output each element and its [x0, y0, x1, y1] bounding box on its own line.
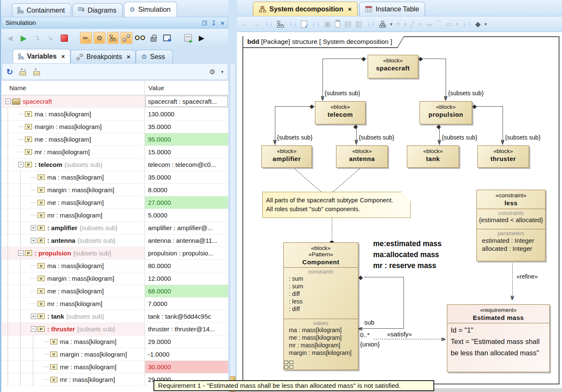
step-into-icon[interactable]: ↴ — [31, 32, 43, 44]
tab-variables[interactable]: Variables × — [13, 49, 70, 63]
block-telecom[interactable]: «block» telecom — [315, 101, 366, 124]
expand-toggle-icon[interactable]: + — [31, 314, 36, 319]
row-name-cell[interactable]: Vme : mass[kilogram] — [2, 361, 145, 373]
row-name-cell[interactable]: +P: antenna{subsets sub} — [2, 234, 145, 247]
row-value-cell[interactable]: 130.0000 — [145, 108, 228, 120]
table-row[interactable]: Vma : mass[kilogram]35.0000 — [2, 171, 228, 184]
tab-system-decomposition[interactable]: System decomposition × — [253, 2, 358, 16]
lock-icon[interactable] — [148, 32, 159, 44]
row-value-cell[interactable]: 80.0000 — [145, 260, 228, 272]
row-name-cell[interactable]: Vmr : mass[kilogram] — [2, 373, 145, 386]
table-row[interactable]: Vmargin : mass[kilogram]35.0000 — [2, 121, 228, 133]
table-row[interactable]: Vme : mass[kilogram]68.0000 — [2, 285, 228, 298]
tab-containment[interactable]: Containment — [12, 3, 71, 17]
close-tab-icon[interactable]: × — [61, 53, 65, 60]
row-value-cell[interactable]: telecom : telecom@c0... — [145, 158, 228, 171]
row-name-cell[interactable]: Vmr : mass[kilogram] — [2, 298, 145, 310]
breakpoints-pane-button[interactable] — [121, 32, 132, 44]
style-bucket-icon[interactable]: ◆ — [475, 20, 481, 29]
line-tool-icon[interactable]: ╱ — [410, 20, 414, 28]
block-component[interactable]: «block» «Pattern» Component constraints … — [283, 242, 358, 370]
animation-back-icon[interactable]: ◀ — [4, 32, 16, 44]
table-row[interactable]: −P: telecom{subsets sub}telecom : teleco… — [2, 158, 228, 171]
swimlane-tool-icon[interactable]: ▭ — [446, 20, 452, 28]
navigate-back-icon[interactable]: ← — [240, 19, 248, 29]
table-options-gear-icon[interactable]: ⚙ — [209, 68, 215, 76]
row-value-cell[interactable]: tank : tank@5dd4c95c — [145, 310, 228, 322]
table-row[interactable]: −P: thruster{subsets sub}thruster : thru… — [2, 323, 228, 336]
variables-scrollbar-track[interactable] — [230, 63, 236, 392]
block-thruster[interactable]: «block» thruster — [477, 145, 529, 168]
table-row[interactable]: Vmargin : mass[kilogram]-1.0000 — [2, 348, 228, 361]
magnet-tool-icon[interactable]: + — [396, 20, 401, 28]
row-name-cell[interactable]: Vma : mass[kilogram] — [2, 108, 145, 120]
tab-session[interactable]: ⚙ Sess — [136, 50, 173, 63]
row-value-cell[interactable]: 12.0000 — [145, 272, 228, 285]
table-row[interactable]: +P: amplifier{subsets sub}amplifier : am… — [2, 222, 228, 234]
row-value-cell[interactable]: 68.0000 — [145, 285, 228, 297]
row-value-cell[interactable]: 27.0000 — [145, 196, 228, 209]
close-panel-icon[interactable]: × — [220, 20, 224, 26]
row-name-cell[interactable]: Vma : mass[kilogram] — [2, 336, 145, 348]
block-propulsion[interactable]: «block» propulsion — [419, 101, 472, 124]
mass-legend-text[interactable]: me:estimated mass ma:allocated mass mr :… — [373, 238, 441, 271]
table-row[interactable]: +P: tank{subsets sub}tank : tank@5dd4c95… — [2, 310, 228, 323]
table-row[interactable]: Vme : mass[kilogram]27.0000 — [2, 196, 228, 209]
table-row[interactable]: −spacecraftspacecraft : spacecraft... — [2, 95, 228, 108]
options-gear-button[interactable]: ⚙ — [94, 32, 105, 44]
layout-tree-icon[interactable] — [379, 21, 386, 28]
paste-icon[interactable] — [335, 21, 340, 27]
table-row[interactable]: Vma : mass[kilogram]29.0000 — [2, 336, 228, 348]
row-name-cell[interactable]: Vma : mass[kilogram] — [2, 171, 145, 183]
row-value-cell[interactable]: 35.0000 — [145, 171, 228, 183]
table-row[interactable]: −P: propulsion{subsets sub}propulsion : … — [2, 247, 228, 260]
row-name-cell[interactable]: −spacecraft — [2, 95, 145, 107]
collapse-toggle-icon[interactable]: − — [31, 326, 36, 332]
collapse-toggle-icon[interactable]: − — [18, 250, 24, 256]
chevron-down-icon[interactable]: ▾ — [221, 69, 223, 75]
row-name-cell[interactable]: Vma : mass[kilogram] — [2, 260, 145, 272]
row-value-cell[interactable]: 5.0000 — [145, 209, 228, 221]
remove-value-icon[interactable] — [33, 68, 41, 76]
show-containment-icon[interactable] — [277, 21, 284, 28]
table-row[interactable]: Vme : mass[kilogram]95.0000 — [2, 133, 228, 146]
copy-icon[interactable]: ▣ — [324, 19, 331, 29]
row-name-cell[interactable]: Vmargin : mass[kilogram] — [2, 184, 145, 196]
row-value-cell[interactable]: 30.0000 — [145, 361, 228, 373]
row-value-cell[interactable]: spacecraft : spacecraft... — [145, 95, 228, 107]
table-row[interactable]: Vme : mass[kilogram]30.0000 — [2, 361, 228, 373]
row-name-cell[interactable]: Vmargin : mass[kilogram] — [2, 121, 145, 133]
step-over-icon[interactable]: ↳ — [45, 32, 56, 44]
table-row[interactable]: Vmargin : mass[kilogram]12.0000 — [2, 272, 228, 285]
close-tab-icon[interactable]: × — [127, 53, 131, 60]
navigate-forward-icon[interactable]: → — [252, 19, 260, 29]
row-value-cell[interactable]: 95.0000 — [145, 133, 228, 145]
watch-glasses-icon[interactable] — [134, 32, 146, 44]
delete-from-model-icon[interactable]: ▥ — [355, 19, 362, 29]
tab-diagrams[interactable]: Diagrams — [73, 3, 123, 17]
row-name-cell[interactable]: +P: amplifier{subsets sub} — [2, 222, 145, 234]
delete-icon[interactable]: ▤ — [344, 19, 351, 29]
corner-line-tool-icon[interactable]: ⌐ — [418, 20, 422, 28]
collapse-toggle-icon[interactable]: − — [18, 162, 24, 167]
row-value-cell[interactable]: 7.0000 — [145, 298, 228, 310]
chevron-down-icon[interactable]: ▾ — [404, 21, 407, 27]
row-value-cell[interactable]: 29.0000 — [145, 336, 228, 348]
row-name-cell[interactable]: Vmr : mass[kilogram] — [2, 209, 145, 221]
table-row[interactable]: Vmr : mass[kilogram]5.0000 — [2, 209, 228, 222]
table-row[interactable]: Vma : mass[kilogram]130.0000 — [2, 108, 228, 121]
export-icon[interactable] — [161, 32, 173, 44]
table-row[interactable]: Vmr : mass[kilogram]15.0000 — [2, 146, 228, 158]
collapse-toggle-icon[interactable]: − — [5, 99, 11, 104]
row-value-cell[interactable]: -1.0000 — [145, 348, 228, 360]
float-window-icon[interactable] — [202, 21, 207, 25]
more-toolbar-icon[interactable]: ▶ — [196, 32, 207, 44]
chevron-down-icon[interactable]: ▾ — [484, 21, 487, 27]
row-value-cell[interactable]: amplifier : amplifier@... — [145, 222, 228, 234]
expand-toggle-icon[interactable]: + — [31, 225, 36, 231]
pin-icon[interactable]: ↧ — [211, 20, 217, 26]
block-tank[interactable]: «block» tank — [407, 145, 459, 168]
tab-instance-table[interactable]: Instance Table — [359, 2, 425, 16]
curve-tool-icon[interactable]: ⌒ — [435, 20, 442, 29]
row-name-cell[interactable]: Vme : mass[kilogram] — [2, 196, 145, 209]
